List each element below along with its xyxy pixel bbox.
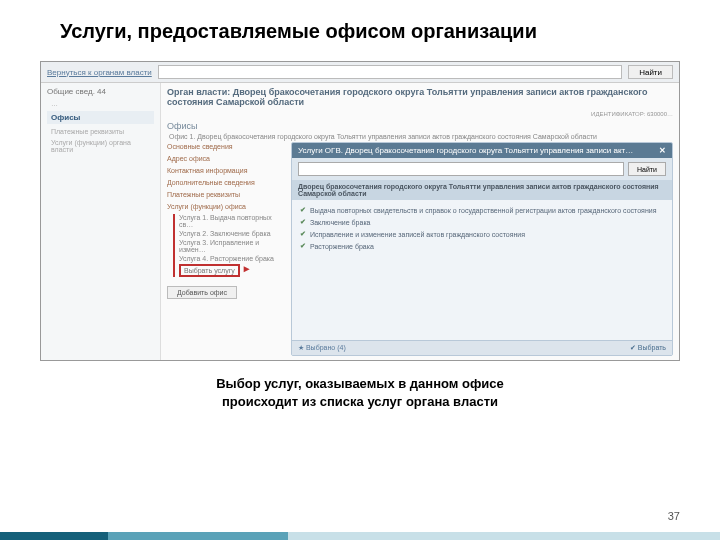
org-identifier: ИДЕНТИФИКАТОР: 630000… <box>167 111 673 117</box>
left-nav: Общие свед. 44 … Офисы Платежные реквизи… <box>41 83 161 360</box>
menu-contacts[interactable]: Контактная информация <box>167 166 287 175</box>
left-nav-sub: … <box>47 100 154 107</box>
service-check-list: ✔Выдача повторных свидетельств и справок… <box>292 200 672 340</box>
office-item[interactable]: Офис 1. Дворец бракосочетания городского… <box>169 133 673 140</box>
global-search-input[interactable] <box>158 65 622 79</box>
service-1[interactable]: Услуга 1. Выдача повторных св… <box>179 214 287 228</box>
close-icon[interactable]: ✕ <box>659 146 666 155</box>
dialog-footer: ★ Выбрано (4) ✔ Выбрать <box>292 340 672 355</box>
check-icon: ✔ <box>300 230 306 238</box>
dialog-header: Услуги ОГВ. Дворец бракосочетания городс… <box>292 143 672 158</box>
add-office-button[interactable]: Добавить офис <box>167 286 237 299</box>
selected-count[interactable]: ★ Выбрано (4) <box>298 344 346 352</box>
check-icon: ✔ <box>300 206 306 214</box>
menu-services-group[interactable]: Услуги (функции) офиса <box>167 202 287 211</box>
menu-address[interactable]: Адрес офиса <box>167 154 287 163</box>
footer-decoration <box>0 532 720 540</box>
main-content: Орган власти: Дворец бракосочетания горо… <box>161 83 679 360</box>
left-nav-item-payments[interactable]: Платежные реквизиты <box>47 128 154 135</box>
services-highlight-group: Услуга 1. Выдача повторных св… Услуга 2.… <box>173 214 287 277</box>
check-icon: ✔ <box>300 242 306 250</box>
page-number: 37 <box>668 510 680 522</box>
slide-title: Услуги, предоставляемые офисом организац… <box>0 0 720 53</box>
app-window: Вернуться к органам власти Найти Общие с… <box>40 61 680 361</box>
global-search-button[interactable]: Найти <box>628 65 673 79</box>
service-4[interactable]: Услуга 4. Расторжение брака <box>179 255 287 262</box>
check-item-3[interactable]: ✔Исправление и изменение записей актов г… <box>300 230 664 238</box>
left-nav-active-offices[interactable]: Офисы <box>47 111 154 124</box>
menu-payments[interactable]: Платежные реквизиты <box>167 190 287 199</box>
menu-additional[interactable]: Дополнительные сведения <box>167 178 287 187</box>
offices-section-label: Офисы <box>167 121 673 131</box>
confirm-select-button[interactable]: ✔ Выбрать <box>630 344 666 352</box>
slide-caption: Выбор услуг, оказываемых в данном офисе … <box>0 375 720 411</box>
service-3[interactable]: Услуга 3. Исправление и измен… <box>179 239 287 253</box>
office-side-menu: Основные сведения Адрес офиса Контактная… <box>167 142 287 356</box>
arrow-right-icon: ► <box>242 263 252 274</box>
dialog-search-bar: Найти <box>292 158 672 180</box>
result-group-header: Дворец бракосочетания городского округа … <box>292 180 672 200</box>
check-icon: ✔ <box>300 218 306 226</box>
dialog-search-input[interactable] <box>298 162 624 176</box>
select-service-link[interactable]: Выбрать услугу <box>179 264 240 277</box>
check-item-2[interactable]: ✔Заключение брака <box>300 218 664 226</box>
service-2[interactable]: Услуга 2. Заключение брака <box>179 230 287 237</box>
top-bar: Вернуться к органам власти Найти <box>41 62 679 83</box>
dialog-search-button[interactable]: Найти <box>628 162 666 176</box>
back-link[interactable]: Вернуться к органам власти <box>47 68 152 77</box>
org-title: Орган власти: Дворец бракосочетания горо… <box>167 87 673 107</box>
left-nav-item-services[interactable]: Услуги (функции) органа власти <box>47 139 154 153</box>
check-item-4[interactable]: ✔Расторжение брака <box>300 242 664 250</box>
menu-basic-info[interactable]: Основные сведения <box>167 142 287 151</box>
services-dialog: Услуги ОГВ. Дворец бракосочетания городс… <box>291 142 673 356</box>
check-item-1[interactable]: ✔Выдача повторных свидетельств и справок… <box>300 206 664 214</box>
dialog-title: Услуги ОГВ. Дворец бракосочетания городс… <box>298 146 633 155</box>
left-nav-header: Общие свед. 44 <box>47 87 154 96</box>
